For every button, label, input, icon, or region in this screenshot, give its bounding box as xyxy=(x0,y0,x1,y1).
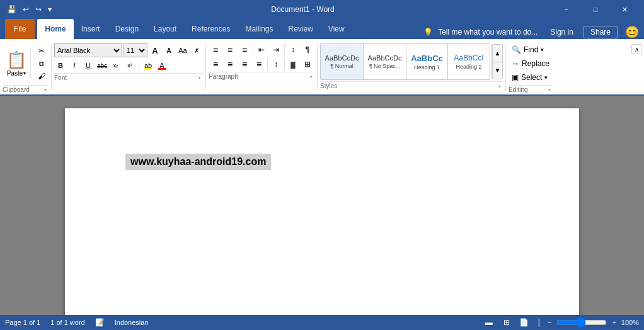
editing-expand[interactable]: ▪ xyxy=(546,87,553,93)
styles-content: AaBbCcDc ¶ Normal AaBbCcDc ¶ No Spac... … xyxy=(320,43,503,80)
font-name-select[interactable]: Arial Black xyxy=(54,43,122,57)
text-highlight-button[interactable]: ab xyxy=(142,59,154,72)
tab-home[interactable]: Home xyxy=(37,19,73,39)
tab-view[interactable]: View xyxy=(321,19,352,39)
tab-layout[interactable]: Layout xyxy=(146,19,184,39)
paste-button[interactable]: 📋 Paste ▾ xyxy=(3,49,31,78)
status-right: ▬ ⊞ 📄 | − + 100% xyxy=(483,316,639,326)
subscript-button[interactable]: x₂ xyxy=(110,59,122,72)
styles-list: AaBbCcDc ¶ Normal AaBbCcDc ¶ No Spac... … xyxy=(320,43,490,80)
styles-scroll-down[interactable]: ▼ xyxy=(492,62,502,79)
align-right-button[interactable]: ≡ xyxy=(238,58,251,71)
proofing-icon[interactable]: 📝 xyxy=(95,318,105,326)
quick-access-toolbar: 💾 ↩ ↪ ▾ xyxy=(5,5,54,14)
show-marks-button[interactable]: ¶ xyxy=(301,43,314,56)
page-info: Page 1 of 1 xyxy=(5,319,40,326)
find-button[interactable]: 🔍 Find ▾ xyxy=(509,43,553,56)
zoom-in-icon[interactable]: + xyxy=(612,319,616,326)
share-button[interactable]: Share xyxy=(584,26,618,38)
find-label: Find xyxy=(524,45,538,54)
document-content[interactable]: www.kuyhaa-android19.com xyxy=(125,154,271,170)
bullets-button[interactable]: ≡ xyxy=(209,43,222,56)
para-divider-4 xyxy=(284,59,285,70)
undo-icon[interactable]: ↩ xyxy=(21,5,31,14)
font-size-select[interactable]: 11 xyxy=(124,43,147,57)
style-heading2-preview: AaBbCcI xyxy=(454,54,483,62)
document-area: www.kuyhaa-android19.com xyxy=(0,96,644,326)
print-layout-button[interactable]: ▬ xyxy=(483,316,495,326)
styles-expand[interactable]: ▪ xyxy=(497,83,503,89)
paragraph-controls: ≡ ≡ ≡ ⇤ ⇥ ↕ ¶ ≡ ≡ ≡ ≡ ↕ ▓ ⊞ xyxy=(209,43,314,71)
redo-icon[interactable]: ↪ xyxy=(33,5,43,14)
tell-me-text[interactable]: Tell me what you want to do... xyxy=(438,28,538,37)
clipboard-group: 📋 Paste ▾ ✂ ⧉ 🖌 Clipboard ▪ xyxy=(0,42,51,93)
font-label: Font ▪ xyxy=(54,73,203,81)
font-shrink-button[interactable]: A xyxy=(163,44,175,57)
align-left-button[interactable]: ≡ xyxy=(209,58,222,71)
save-icon[interactable]: 💾 xyxy=(5,5,18,14)
sort-button[interactable]: ↕ xyxy=(286,43,300,56)
superscript-button[interactable]: x² xyxy=(124,59,136,72)
paste-dropdown-icon[interactable]: ▾ xyxy=(23,71,26,76)
language-info[interactable]: Indonesian xyxy=(115,319,149,326)
style-heading2[interactable]: AaBbCcI Heading 2 xyxy=(448,44,490,79)
paragraph-expand[interactable]: ▪ xyxy=(308,74,314,80)
window-title: Document1 - Word xyxy=(54,5,552,14)
tab-design[interactable]: Design xyxy=(108,19,146,39)
find-icon: 🔍 xyxy=(512,45,521,54)
line-spacing-button[interactable]: ↕ xyxy=(269,58,283,71)
paragraph-label: Paragraph ▪ xyxy=(209,72,314,80)
close-button[interactable]: ✕ xyxy=(610,0,639,19)
find-dropdown-icon[interactable]: ▾ xyxy=(541,47,544,53)
editing-controls: 🔍 Find ▾ ↔ Replace ▣ Select ▾ xyxy=(509,43,553,84)
style-normal[interactable]: AaBbCcDc ¶ Normal xyxy=(321,44,364,79)
replace-button[interactable]: ↔ Replace xyxy=(509,57,553,70)
select-dropdown-icon[interactable]: ▾ xyxy=(544,74,548,81)
tab-references[interactable]: References xyxy=(184,19,238,39)
window-controls: − □ ✕ xyxy=(552,0,639,19)
styles-scroll-up[interactable]: ▲ xyxy=(492,45,502,62)
sign-in-link[interactable]: Sign in xyxy=(550,28,573,37)
multilevel-button[interactable]: ≡ xyxy=(238,43,251,56)
justify-button[interactable]: ≡ xyxy=(252,58,266,71)
numbering-button[interactable]: ≡ xyxy=(223,43,237,56)
font-grow-button[interactable]: A xyxy=(149,44,161,57)
maximize-button[interactable]: □ xyxy=(581,0,610,19)
bold-button[interactable]: B xyxy=(54,59,67,72)
shading-button[interactable]: ▓ xyxy=(286,58,300,71)
customize-icon[interactable]: ▾ xyxy=(46,5,54,14)
style-heading1[interactable]: AaBbCc Heading 1 xyxy=(406,44,448,79)
emoji-icon: 😊 xyxy=(625,25,639,39)
change-case-button[interactable]: Aa xyxy=(176,44,189,57)
collapse-ribbon-button[interactable]: ∧ xyxy=(631,44,641,54)
cut-button[interactable]: ✂ xyxy=(35,45,49,57)
align-center-button[interactable]: ≡ xyxy=(223,58,237,71)
tab-review[interactable]: Review xyxy=(280,19,320,39)
decrease-indent-button[interactable]: ⇤ xyxy=(255,43,268,56)
read-mode-button[interactable]: 📄 xyxy=(518,316,531,326)
increase-indent-button[interactable]: ⇥ xyxy=(269,43,283,56)
strikethrough-button[interactable]: abc xyxy=(96,59,108,72)
web-layout-button[interactable]: ⊞ xyxy=(500,316,513,326)
format-painter-button[interactable]: 🖌 xyxy=(35,71,49,82)
minimize-button[interactable]: − xyxy=(552,0,581,19)
italic-button[interactable]: I xyxy=(68,59,81,72)
clipboard-expand[interactable]: ▪ xyxy=(42,87,49,93)
zoom-out-icon[interactable]: − xyxy=(548,319,551,326)
style-no-spacing[interactable]: AaBbCcDc ¶ No Spac... xyxy=(364,44,406,79)
replace-label: Replace xyxy=(522,59,549,68)
borders-button[interactable]: ⊞ xyxy=(301,58,314,71)
title-bar: 💾 ↩ ↪ ▾ Document1 - Word − □ ✕ xyxy=(0,0,644,19)
font-color-button[interactable]: A xyxy=(156,59,168,72)
tab-file[interactable]: File xyxy=(5,19,35,39)
font-expand[interactable]: ▪ xyxy=(197,75,203,81)
select-label: Select xyxy=(521,73,542,82)
copy-button[interactable]: ⧉ xyxy=(35,58,49,69)
zoom-level[interactable]: 100% xyxy=(621,319,639,326)
select-button[interactable]: ▣ Select ▾ xyxy=(509,71,553,84)
zoom-slider[interactable] xyxy=(556,317,607,326)
underline-button[interactable]: U xyxy=(82,59,95,72)
tab-mailings[interactable]: Mailings xyxy=(238,19,280,39)
clear-formatting-button[interactable]: ✗ xyxy=(190,44,203,57)
tab-insert[interactable]: Insert xyxy=(74,19,108,39)
